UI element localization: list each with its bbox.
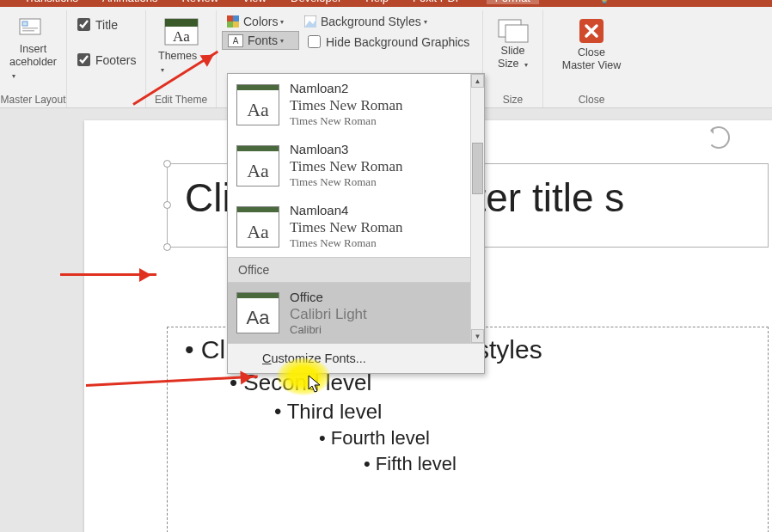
tab-format[interactable]: Format xyxy=(487,0,539,4)
scroll-thumb[interactable] xyxy=(472,143,483,194)
tab-foxit[interactable]: Foxit PDF xyxy=(413,0,463,4)
themes-icon: Aa xyxy=(163,15,199,50)
hide-background-checkbox[interactable]: Hide Background Graphics xyxy=(299,31,475,52)
colors-dropdown[interactable]: Colors▾ xyxy=(222,13,299,30)
font-swatch-icon: Aa xyxy=(236,206,279,248)
tab-animations[interactable]: Animations xyxy=(102,0,157,4)
background-styles-icon xyxy=(304,15,316,28)
resize-handle[interactable] xyxy=(163,243,171,251)
scroll-up-button[interactable]: ▲ xyxy=(471,74,484,88)
font-theme-item[interactable]: Aa Namloan4 Times New Roman Times New Ro… xyxy=(228,196,484,257)
font-theme-item[interactable]: Aa Namloan3 Times New Roman Times New Ro… xyxy=(228,135,484,196)
themes-button[interactable]: Aa Themes ▾ xyxy=(153,12,209,79)
resize-handle[interactable] xyxy=(163,201,171,209)
title-checkbox-input[interactable] xyxy=(77,18,90,31)
font-swatch-icon: Aa xyxy=(236,84,279,125)
svg-rect-5 xyxy=(165,19,198,27)
tab-transitions[interactable]: Transitions xyxy=(24,0,78,4)
svg-text:Aa: Aa xyxy=(173,28,190,45)
font-theme-item[interactable]: Aa Namloan2 Times New Roman Times New Ro… xyxy=(228,74,484,135)
close-icon xyxy=(576,15,607,46)
svg-rect-1 xyxy=(22,21,28,26)
hide-background-checkbox-input[interactable] xyxy=(308,35,321,48)
svg-rect-7 xyxy=(227,15,233,21)
group-master-layout: Master Layout xyxy=(0,94,66,106)
tab-review[interactable]: Review xyxy=(181,0,218,4)
svg-rect-9 xyxy=(227,21,233,28)
svg-rect-2 xyxy=(22,28,38,29)
tab-view[interactable]: View xyxy=(242,0,267,4)
slide-size-icon xyxy=(496,15,530,45)
font-swatch-icon: Aa xyxy=(236,292,279,333)
ribbon-tabs: Transitions Animations Review View Devel… xyxy=(0,0,772,7)
fonts-dropdown[interactable]: A Fonts▾ xyxy=(222,31,299,50)
title-checkbox[interactable]: Title xyxy=(74,15,118,34)
list-item: Third level xyxy=(274,398,751,425)
svg-rect-3 xyxy=(22,30,34,32)
font-menu-section: Office xyxy=(228,257,484,283)
group-close: Close xyxy=(543,94,640,106)
svg-rect-10 xyxy=(233,21,239,28)
font-theme-item-office[interactable]: Aa Office Calibri Light Calibri xyxy=(228,283,484,343)
svg-rect-13 xyxy=(505,25,528,42)
fonts-menu: Aa Namloan2 Times New Roman Times New Ro… xyxy=(227,73,485,374)
insert-placeholder-button[interactable]: Insert aceholder ▾ xyxy=(4,12,62,85)
scroll-down-button[interactable]: ▼ xyxy=(471,329,484,343)
close-master-view-button[interactable]: Close Master View xyxy=(557,12,627,76)
font-swatch-icon: Aa xyxy=(236,145,279,187)
scrollbar[interactable]: ▲ ▼ xyxy=(470,74,484,343)
footers-checkbox[interactable]: Footers xyxy=(74,51,136,69)
rotate-handle-icon[interactable] xyxy=(708,126,730,149)
placeholder-icon xyxy=(19,15,48,43)
customize-fonts-item[interactable]: Customize Fonts... xyxy=(228,343,484,373)
resize-handle[interactable] xyxy=(163,160,171,168)
tell-me-search[interactable]: 💡 Tell me what y xyxy=(597,0,709,4)
svg-rect-8 xyxy=(233,15,239,21)
list-item: Fifth level xyxy=(364,451,751,477)
tab-developer[interactable]: Developer xyxy=(291,0,341,4)
group-size: Size xyxy=(483,94,542,106)
list-item: Fourth level xyxy=(319,425,751,451)
colors-icon xyxy=(227,15,239,28)
background-styles-dropdown[interactable]: Background Styles▾ xyxy=(299,13,475,30)
annotation-arrow xyxy=(60,273,156,276)
fonts-icon: A xyxy=(228,34,243,47)
footers-checkbox-input[interactable] xyxy=(77,53,90,66)
group-edit-theme: Edit Theme xyxy=(146,94,216,106)
tab-help[interactable]: Help xyxy=(365,0,389,4)
slide-size-button[interactable]: Slide Size ▾ xyxy=(491,12,536,74)
